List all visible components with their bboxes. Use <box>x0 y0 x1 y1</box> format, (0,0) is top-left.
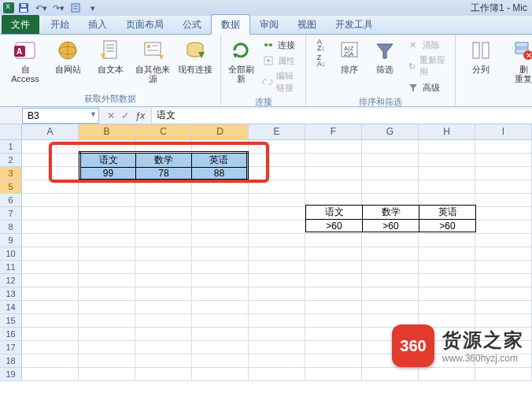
cell[interactable] <box>362 261 419 274</box>
cell[interactable] <box>79 314 135 328</box>
cell[interactable] <box>22 354 79 368</box>
cell[interactable] <box>305 314 362 328</box>
cell[interactable] <box>79 354 135 368</box>
cell[interactable] <box>419 247 475 261</box>
cell[interactable] <box>419 154 475 167</box>
tab-review[interactable]: 审阅 <box>250 15 288 34</box>
row-header[interactable]: 3 <box>0 167 22 180</box>
cell[interactable] <box>305 301 362 314</box>
cell[interactable] <box>249 207 305 221</box>
cell[interactable] <box>362 274 419 287</box>
cell[interactable] <box>249 354 305 368</box>
cell[interactable] <box>362 140 419 154</box>
cell[interactable] <box>249 328 305 341</box>
cell[interactable] <box>475 221 532 234</box>
cell[interactable] <box>475 261 532 274</box>
name-box-dropdown-icon[interactable]: ▼ <box>90 110 97 118</box>
cell[interactable] <box>22 140 79 154</box>
cell[interactable] <box>135 274 192 287</box>
column-header[interactable]: D <box>192 124 249 139</box>
cell[interactable] <box>475 274 532 287</box>
cell[interactable] <box>305 261 362 274</box>
advanced-filter-button[interactable]: 高级 <box>405 80 449 95</box>
cell[interactable] <box>305 354 362 368</box>
cell[interactable] <box>192 261 249 274</box>
qat-customize-button[interactable]: ▾ <box>87 2 99 14</box>
column-header[interactable]: I <box>475 124 532 139</box>
cell[interactable] <box>79 194 135 207</box>
cell[interactable] <box>249 274 305 287</box>
reapply-button[interactable]: ↻重新应用 <box>405 54 449 79</box>
tab-developer[interactable]: 开发工具 <box>326 15 382 34</box>
cell[interactable] <box>22 314 79 328</box>
worksheet[interactable]: ABCDEFGHI 1235678910111213141516171819 语… <box>0 124 532 381</box>
row-header[interactable]: 15 <box>0 314 22 328</box>
cell[interactable] <box>419 140 475 154</box>
cell[interactable] <box>305 234 362 247</box>
row-header[interactable]: 5 <box>0 180 22 194</box>
cell[interactable] <box>22 167 79 180</box>
undo-button[interactable]: ↶▾ <box>35 2 47 14</box>
sort-button[interactable]: A|ZZ|A排序 <box>334 38 364 74</box>
cell[interactable] <box>22 247 79 261</box>
row-header[interactable]: 13 <box>0 287 22 301</box>
cell[interactable] <box>419 368 475 381</box>
cell[interactable] <box>475 368 532 381</box>
cell[interactable] <box>22 154 79 167</box>
cell[interactable] <box>475 140 532 154</box>
cell[interactable] <box>362 287 419 301</box>
edit-links-button[interactable]: 编辑链接 <box>260 69 299 95</box>
cell[interactable] <box>22 194 79 207</box>
sel-header-cell[interactable]: 英语 <box>191 153 247 168</box>
cell[interactable] <box>362 234 419 247</box>
cell[interactable] <box>475 301 532 314</box>
row-header[interactable]: 16 <box>0 328 22 341</box>
crit-value-cell[interactable]: >60 <box>363 220 419 232</box>
cell[interactable] <box>362 301 419 314</box>
criteria-range[interactable]: 语文 数学 英语 >60 >60 >60 <box>305 205 476 232</box>
tab-home[interactable]: 开始 <box>41 15 79 34</box>
cell[interactable] <box>192 314 249 328</box>
row-header[interactable]: 19 <box>0 368 22 381</box>
column-header[interactable]: C <box>135 124 192 139</box>
cell[interactable] <box>362 180 419 194</box>
properties-button[interactable]: 属性 <box>260 54 299 68</box>
from-text-button[interactable]: 自文本 <box>91 38 129 74</box>
cell[interactable] <box>249 247 305 261</box>
cell[interactable] <box>249 140 305 154</box>
cell[interactable] <box>475 207 532 221</box>
row-header[interactable]: 8 <box>0 221 22 234</box>
text-to-columns-button[interactable]: 分列 <box>462 38 500 74</box>
column-header[interactable]: A <box>22 124 79 139</box>
cell[interactable] <box>135 354 192 368</box>
cell[interactable] <box>192 180 249 194</box>
fx-button[interactable]: ƒx <box>132 109 148 123</box>
cell[interactable] <box>305 274 362 287</box>
cell[interactable] <box>79 328 135 341</box>
tab-layout[interactable]: 页面布局 <box>116 15 173 34</box>
crit-value-cell[interactable]: >60 <box>306 220 363 232</box>
save-button[interactable] <box>17 2 30 14</box>
cell[interactable] <box>135 287 192 301</box>
cell[interactable] <box>79 247 135 261</box>
cell[interactable] <box>192 234 249 247</box>
connections-button[interactable]: 连接 <box>260 38 299 52</box>
cell[interactable] <box>79 221 135 234</box>
cell[interactable] <box>419 287 475 301</box>
cell[interactable] <box>249 287 305 301</box>
cell[interactable] <box>249 368 305 381</box>
column-header[interactable]: H <box>419 124 475 139</box>
cell[interactable] <box>362 154 419 167</box>
cell[interactable] <box>192 207 249 221</box>
cell[interactable] <box>475 287 532 301</box>
cell[interactable] <box>249 301 305 314</box>
clear-filter-button[interactable]: ✕清除 <box>405 38 449 52</box>
row-header[interactable]: 18 <box>0 354 22 368</box>
row-header[interactable]: 2 <box>0 154 22 167</box>
row-header[interactable]: 11 <box>0 261 22 274</box>
from-other-button[interactable]: 自其他来源 <box>134 38 172 83</box>
cell[interactable] <box>192 247 249 261</box>
cell[interactable] <box>79 234 135 247</box>
cell[interactable] <box>305 154 362 167</box>
cell[interactable] <box>22 287 79 301</box>
